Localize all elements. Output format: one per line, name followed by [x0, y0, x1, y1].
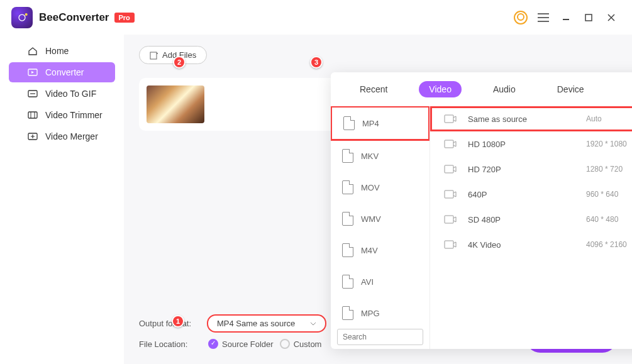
svg-rect-16: [445, 216, 453, 223]
video-icon: [444, 189, 457, 199]
video-icon: [444, 164, 457, 174]
video-icon: [444, 139, 457, 149]
video-icon: [444, 214, 457, 224]
resolution-item-720p[interactable]: HD 720P1280 * 720: [430, 157, 632, 182]
sidebar-item-home[interactable]: Home: [9, 41, 115, 61]
file-icon: [342, 149, 353, 163]
gif-icon: [28, 89, 38, 98]
video-icon: [444, 114, 457, 124]
format-item-mp4[interactable]: MP4: [331, 106, 430, 141]
user-icon[interactable]: [511, 8, 530, 27]
popup-tabs: Recent Video Audio Device: [331, 72, 632, 106]
sidebar-item-label: Video Merger: [45, 131, 98, 141]
format-item-mov[interactable]: MOV: [331, 172, 430, 203]
svg-rect-5: [28, 112, 37, 118]
video-icon: [444, 240, 457, 250]
svg-rect-15: [445, 190, 453, 198]
radio-custom[interactable]: Custom: [280, 339, 322, 349]
file-location-label: File Location:: [139, 339, 202, 349]
resolution-item-480p[interactable]: SD 480P640 * 480: [430, 207, 632, 232]
sidebar-item-converter[interactable]: Converter: [9, 62, 115, 82]
sidebar-item-label: Video To GIF: [45, 89, 96, 99]
sidebar-item-label: Home: [45, 46, 69, 56]
output-format-select[interactable]: MP4 Same as source: [207, 314, 326, 333]
chevron-down-icon: [310, 322, 316, 326]
titlebar: BeeConverter Pro: [0, 0, 632, 35]
svg-rect-2: [585, 14, 592, 21]
file-icon: [342, 212, 353, 226]
home-icon: [28, 47, 38, 55]
format-item-avi[interactable]: AVI: [331, 266, 430, 297]
svg-rect-14: [445, 165, 453, 173]
tab-recent[interactable]: Recent: [350, 81, 397, 97]
format-popup: Recent Video Audio Device MP4 MKV MOV WM…: [331, 72, 632, 349]
merger-icon: [28, 132, 38, 141]
sidebar: Home Converter Video To GIF Video Trimme…: [0, 35, 124, 364]
output-format-value: MP4 Same as source: [217, 319, 295, 328]
trimmer-icon: [28, 111, 38, 119]
svg-point-0: [19, 14, 25, 21]
svg-rect-12: [445, 115, 453, 123]
format-item-m4v[interactable]: M4V: [331, 234, 430, 266]
minimize-icon[interactable]: [557, 8, 575, 27]
video-thumbnail[interactable]: [147, 85, 204, 123]
converter-icon: [28, 68, 38, 77]
callout-3: 3: [310, 56, 323, 69]
sidebar-item-video-trimmer[interactable]: Video Trimmer: [9, 105, 115, 125]
svg-point-1: [25, 13, 28, 15]
callout-2: 2: [173, 56, 186, 69]
file-icon: [342, 275, 353, 289]
app-logo: [11, 7, 33, 28]
file-icon: [342, 243, 353, 257]
format-item-mpg[interactable]: MPG: [331, 297, 430, 325]
svg-rect-13: [445, 140, 453, 148]
radio-source-folder[interactable]: Source Folder: [208, 339, 274, 349]
format-item-mkv[interactable]: MKV: [331, 140, 430, 172]
resolution-item-640p[interactable]: 640P960 * 640: [430, 182, 632, 207]
svg-rect-17: [445, 241, 453, 248]
resolution-item-1080p[interactable]: HD 1080P1920 * 1080: [430, 131, 632, 157]
add-files-icon: [150, 51, 158, 60]
tab-audio[interactable]: Audio: [483, 81, 526, 97]
file-icon: [342, 180, 353, 194]
resolution-item-4k[interactable]: 4K Video4096 * 2160: [430, 232, 632, 257]
app-name: BeeConverter: [39, 11, 109, 24]
output-format-label: Output format:: [139, 319, 202, 328]
sidebar-item-label: Converter: [45, 67, 84, 77]
menu-icon[interactable]: [534, 8, 553, 27]
tab-video[interactable]: Video: [419, 81, 462, 97]
resolution-item-same-as-source[interactable]: Same as sourceAuto: [430, 106, 632, 131]
file-icon: [342, 306, 353, 320]
close-icon[interactable]: [602, 8, 621, 27]
callout-1: 1: [172, 315, 184, 328]
format-column: MP4 MKV MOV WMV M4V AVI MPG: [331, 106, 430, 349]
format-item-wmv[interactable]: WMV: [331, 203, 430, 234]
tab-device[interactable]: Device: [547, 81, 594, 97]
sidebar-item-label: Video Trimmer: [45, 110, 103, 120]
pro-badge: Pro: [114, 13, 135, 23]
svg-rect-7: [150, 52, 157, 59]
format-search-input[interactable]: [337, 329, 423, 345]
resolution-column: Same as sourceAuto HD 1080P1920 * 1080 H…: [430, 106, 632, 349]
sidebar-item-video-to-gif[interactable]: Video To GIF: [9, 84, 115, 104]
main-area: Add Files Convert Output format: MP4 Sam…: [124, 35, 632, 364]
sidebar-item-video-merger[interactable]: Video Merger: [9, 126, 115, 146]
file-icon: [343, 116, 355, 130]
maximize-icon[interactable]: [579, 8, 598, 27]
